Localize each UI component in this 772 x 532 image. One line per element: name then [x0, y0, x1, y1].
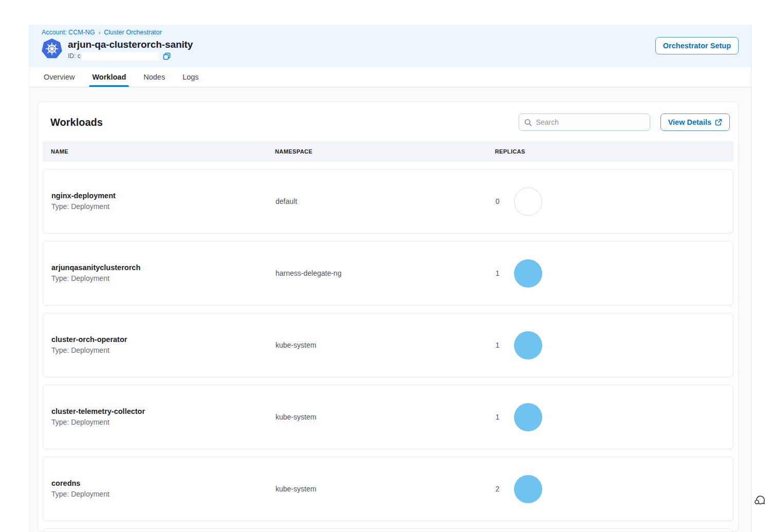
view-details-button[interactable]: View Details [660, 113, 730, 131]
replica-status-circle [514, 403, 542, 431]
table-row[interactable]: nginx-deployment Type: Deployment defaul… [43, 169, 733, 234]
breadcrumb-section-link[interactable]: Cluster Orchestrator [104, 29, 162, 36]
workloads-panel: Workloads View Details [38, 102, 739, 532]
search-input[interactable] [536, 118, 645, 126]
replica-count: 1 [495, 269, 501, 277]
workload-name: arjunqasanityclusterorch [51, 262, 275, 273]
table-row[interactable]: cluster-telemetry-collector Type: Deploy… [43, 385, 733, 449]
breadcrumb: Account: CCM-NG › Cluster Orchestrator [42, 29, 739, 36]
replica-status-circle [514, 331, 542, 359]
kubernetes-icon [42, 39, 62, 59]
search-icon [524, 119, 532, 126]
chat-bubble-icon[interactable] [752, 493, 766, 506]
content-area: Workloads View Details [29, 87, 751, 532]
workload-type: Type: Deployment [51, 345, 275, 355]
replica-count: 1 [495, 413, 501, 421]
replica-count: 0 [495, 197, 501, 205]
table-row[interactable]: cluster-orch-operator Type: Deployment k… [43, 313, 733, 377]
table-header-row: NAME NAMESPACE REPLICAS [43, 141, 733, 162]
tab-nodes[interactable]: Nodes [143, 67, 165, 87]
workload-type: Type: Deployment [51, 417, 275, 427]
workload-namespace: kube-system [275, 413, 495, 421]
page-title: arjun-qa-clusterorch-sanity [68, 39, 193, 51]
column-header-namespace: NAMESPACE [275, 148, 495, 155]
breadcrumb-account-link[interactable]: Account: CCM-NG [42, 29, 95, 36]
entity-id-label: ID: c [68, 52, 81, 60]
tab-overview[interactable]: Overview [44, 67, 75, 87]
table-row[interactable]: coredns Type: Deployment kube-system 2 [43, 457, 733, 521]
replica-status-circle [514, 259, 542, 288]
workloads-title: Workloads [50, 117, 103, 128]
column-header-replicas: REPLICAS [495, 148, 725, 155]
entity-id-redacted-value [82, 52, 159, 61]
workload-type: Type: Deployment [51, 489, 275, 499]
entity-id-row: ID: c [68, 52, 193, 61]
orchestrator-setup-label: Orchestrator Setup [663, 42, 731, 50]
tab-bar: Overview Workload Nodes Logs [29, 67, 751, 87]
copy-icon[interactable] [163, 52, 171, 60]
tab-workload[interactable]: Workload [92, 67, 126, 87]
workload-name: cluster-telemetry-collector [51, 406, 275, 417]
workload-namespace: harness-delegate-ng [275, 269, 495, 277]
replica-count: 2 [495, 485, 501, 493]
tab-logs[interactable]: Logs [182, 67, 198, 87]
column-header-name: NAME [51, 148, 275, 155]
breadcrumb-separator-icon: › [99, 29, 101, 35]
workload-type: Type: Deployment [51, 273, 275, 283]
workload-name: cluster-orch-operator [51, 334, 275, 345]
workload-name: nginx-deployment [51, 191, 275, 201]
external-link-icon [715, 119, 722, 126]
search-box[interactable] [519, 113, 650, 131]
replica-status-circle [514, 475, 542, 503]
view-details-label: View Details [668, 118, 711, 126]
workload-name: coredns [51, 478, 275, 489]
workload-namespace: kube-system [275, 341, 495, 349]
orchestrator-setup-button[interactable]: Orchestrator Setup [655, 37, 739, 54]
workload-type: Type: Deployment [51, 201, 275, 212]
replica-count: 1 [495, 341, 501, 349]
page-header: Account: CCM-NG › Cluster Orchestrator [29, 25, 751, 67]
app-container: Account: CCM-NG › Cluster Orchestrator [29, 25, 751, 532]
workload-rows: nginx-deployment Type: Deployment defaul… [43, 169, 733, 521]
table-row-partial[interactable] [43, 528, 733, 532]
table-row[interactable]: arjunqasanityclusterorch Type: Deploymen… [43, 241, 733, 306]
replica-status-circle [514, 187, 542, 216]
workload-namespace: default [275, 197, 495, 205]
workload-namespace: kube-system [275, 485, 495, 493]
